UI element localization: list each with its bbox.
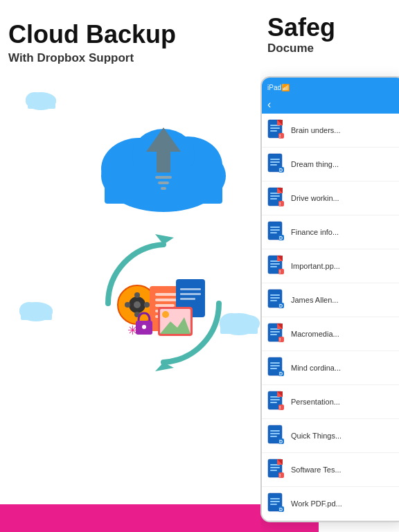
file-item[interactable]: ! Important.pp... xyxy=(262,249,399,283)
file-item[interactable]: ! Macromedia... xyxy=(262,317,399,351)
file-icon: ! xyxy=(267,255,287,277)
svg-rect-60 xyxy=(270,164,277,166)
svg-rect-138 xyxy=(270,498,280,499)
file-name: Dream thing... xyxy=(291,160,339,168)
file-icon: D xyxy=(267,425,287,447)
file-name: Important.pp... xyxy=(291,262,340,270)
file-icon: D xyxy=(267,493,287,515)
svg-rect-131 xyxy=(270,470,277,471)
svg-rect-75 xyxy=(270,229,280,231)
svg-rect-76 xyxy=(270,232,277,233)
svg-rect-66 xyxy=(270,195,280,197)
cloud-main xyxy=(87,107,240,220)
file-item[interactable]: D Quick Things... xyxy=(262,419,399,453)
svg-rect-123 xyxy=(270,433,280,434)
file-name: Finance info... xyxy=(291,228,339,236)
svg-rect-130 xyxy=(270,467,280,468)
svg-text:D: D xyxy=(279,439,283,444)
file-item[interactable]: D Finance info... xyxy=(262,215,399,249)
svg-text:D: D xyxy=(279,168,283,172)
file-name: Brain unders... xyxy=(291,126,341,134)
file-item[interactable]: ! Software Tes... xyxy=(262,453,399,487)
file-icon: ! xyxy=(267,391,287,413)
ipad-label: iPad xyxy=(267,84,281,91)
right-subtitle: Docume xyxy=(267,42,392,55)
svg-rect-50 xyxy=(270,127,280,129)
file-icon: ! xyxy=(267,323,287,345)
svg-text:✳: ✳ xyxy=(127,323,138,337)
ipad-statusbar: iPad 📶 xyxy=(262,78,399,97)
file-name: Mind cordina... xyxy=(291,364,341,372)
svg-rect-124 xyxy=(270,436,277,437)
svg-text:!: ! xyxy=(279,202,281,206)
svg-point-19 xyxy=(144,302,150,308)
svg-point-17 xyxy=(134,301,141,308)
svg-rect-99 xyxy=(270,334,277,335)
svg-rect-59 xyxy=(270,161,280,163)
right-title: Safeg xyxy=(267,14,392,42)
svg-rect-30 xyxy=(180,293,201,295)
svg-rect-51 xyxy=(270,130,277,132)
cloud-small-bottomleft xyxy=(15,295,57,324)
file-item[interactable]: D Dream thing... xyxy=(262,148,399,181)
right-header: Safeg Docume xyxy=(260,0,399,62)
svg-text:D: D xyxy=(279,303,283,308)
svg-rect-12 xyxy=(161,187,166,190)
right-panel: Safeg Docume iPad 📶 ‹ ! Brain unders... xyxy=(260,0,399,532)
svg-rect-3 xyxy=(28,101,55,109)
svg-rect-92 xyxy=(270,300,277,301)
svg-point-21 xyxy=(125,302,130,308)
file-icon: D xyxy=(267,153,287,175)
file-item[interactable]: D Mind cordina... xyxy=(262,351,399,385)
file-item[interactable]: D Work PDF.pd... xyxy=(262,487,399,521)
svg-text:!: ! xyxy=(279,269,281,274)
file-item[interactable]: D James Allen... xyxy=(262,283,399,317)
file-name: Work PDF.pd... xyxy=(291,499,342,508)
svg-rect-115 xyxy=(270,402,277,403)
svg-rect-74 xyxy=(270,227,280,228)
svg-text:!: ! xyxy=(279,405,281,410)
file-name: Persentation... xyxy=(291,398,340,406)
svg-rect-114 xyxy=(270,399,280,400)
svg-rect-108 xyxy=(270,368,277,369)
cloud-small-topleft xyxy=(22,86,60,113)
file-icon: ! xyxy=(267,187,287,209)
svg-rect-58 xyxy=(270,159,280,160)
svg-point-34 xyxy=(162,311,169,318)
file-item[interactable]: ! Drive workin... xyxy=(262,181,399,215)
file-item[interactable]: ! Persentation... xyxy=(262,385,399,419)
svg-rect-42 xyxy=(21,312,52,320)
file-cluster: ✳ xyxy=(115,255,212,352)
file-icon: D xyxy=(267,221,287,243)
svg-rect-140 xyxy=(270,504,277,505)
svg-rect-90 xyxy=(270,294,280,296)
wifi-icon: 📶 xyxy=(281,84,290,91)
file-item[interactable]: ! Brain unders... xyxy=(262,114,399,148)
cloud-small-bottomright xyxy=(215,305,263,338)
file-name: Software Tes... xyxy=(291,466,342,474)
svg-rect-67 xyxy=(270,198,277,200)
svg-rect-122 xyxy=(270,430,280,432)
svg-rect-98 xyxy=(270,331,280,332)
svg-text:!: ! xyxy=(279,473,281,478)
svg-point-37 xyxy=(142,325,146,329)
back-button[interactable]: ‹ xyxy=(267,98,271,110)
file-icon: ! xyxy=(267,119,287,141)
svg-rect-31 xyxy=(180,298,195,300)
svg-rect-107 xyxy=(270,365,280,366)
file-name: Macromedia... xyxy=(291,330,339,338)
file-name: James Allen... xyxy=(291,296,338,304)
svg-rect-10 xyxy=(155,176,172,179)
svg-rect-83 xyxy=(270,266,277,267)
ipad-mockup: iPad 📶 ‹ ! Brain unders... D Dream thing… xyxy=(260,76,399,522)
svg-text:!: ! xyxy=(279,134,281,139)
file-icon: D xyxy=(267,357,287,379)
svg-rect-46 xyxy=(220,324,258,334)
file-list: ! Brain unders... D Dream thing... ! Dri… xyxy=(262,114,399,521)
svg-rect-29 xyxy=(180,288,201,290)
svg-text:D: D xyxy=(279,236,283,240)
file-icon: ! xyxy=(267,459,287,481)
svg-rect-25 xyxy=(155,304,175,307)
svg-text:!: ! xyxy=(279,337,281,342)
svg-rect-82 xyxy=(270,263,280,265)
